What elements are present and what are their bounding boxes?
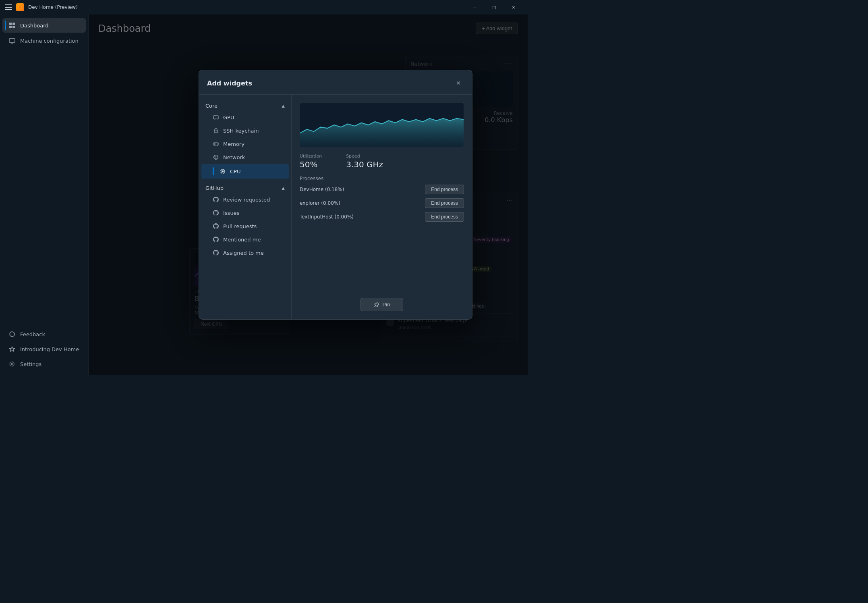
widget-item-network[interactable]: Network — [201, 151, 289, 164]
widget-pullreq-label: Pull requests — [223, 223, 257, 229]
process-name-2: explorer (0.00%) — [300, 200, 340, 206]
close-button[interactable]: ✕ — [504, 1, 523, 13]
memory-icon — [213, 141, 219, 147]
app-title: Dev Home (Preview) — [28, 4, 78, 10]
sidebar-feedback-label: Feedback — [20, 331, 45, 337]
settings-icon — [9, 361, 15, 367]
widget-item-cpu[interactable]: CPU — [201, 164, 289, 179]
process-row-3: TextInputHost (0.00%) End process — [300, 212, 464, 222]
widget-item-pullreqs[interactable]: Pull requests — [201, 220, 289, 233]
end-process-button-3[interactable]: End process — [425, 212, 464, 222]
widget-item-gpu[interactable]: GPU — [201, 111, 289, 124]
dialog-header: Add widgets ✕ — [199, 70, 472, 95]
svg-rect-19 — [214, 130, 218, 133]
sidebar-item-feedback[interactable]: ! Feedback — [2, 327, 86, 341]
widget-gpu-label: GPU — [223, 114, 234, 121]
title-bar: Dev Home (Preview) — □ ✕ — [0, 0, 528, 15]
github-section-header[interactable]: GitHub ▲ — [199, 182, 291, 193]
widget-detail-panel: Utilization 50% Speed 3.30 GHz Processes… — [292, 95, 472, 319]
widget-item-ssh[interactable]: SSH keychain — [201, 124, 289, 137]
widget-mentioned-label: Mentioned me — [223, 237, 261, 243]
svg-rect-12 — [213, 116, 218, 119]
sidebar-item-dashboard[interactable]: Dashboard — [2, 18, 86, 33]
widget-item-mentioned[interactable]: Mentioned me — [201, 233, 289, 246]
app-icon — [16, 3, 24, 11]
svg-rect-5 — [12, 26, 15, 28]
cpu-selected-indicator — [213, 167, 214, 175]
util-value: 50% — [300, 160, 322, 169]
widget-item-review[interactable]: Review requested — [201, 193, 289, 206]
feedback-icon: ! — [9, 331, 15, 337]
widget-assigned-label: Assigned to me — [223, 250, 264, 256]
utilization-stat: Utilization 50% — [300, 154, 322, 169]
ssh-icon — [213, 127, 219, 134]
pin-label: Pin — [383, 302, 390, 308]
star-icon — [9, 346, 15, 352]
widget-issues-label: Issues — [223, 210, 239, 216]
github-pullreq-icon — [213, 223, 219, 229]
machine-icon — [9, 37, 15, 44]
process-row-2: explorer (0.00%) End process — [300, 198, 464, 208]
svg-marker-10 — [10, 347, 15, 351]
github-chevron-icon: ▲ — [282, 186, 285, 190]
sidebar-item-settings[interactable]: Settings — [2, 357, 86, 371]
title-bar-left: Dev Home (Preview) — [5, 3, 78, 11]
widget-network-label: Network — [223, 154, 245, 160]
pin-button-row: Pin — [300, 293, 464, 311]
pin-button[interactable]: Pin — [360, 298, 404, 311]
cpu-stats-row: Utilization 50% Speed 3.30 GHz — [300, 154, 464, 169]
process-name-3: TextInputHost (0.00%) — [300, 214, 354, 220]
widget-ssh-label: SSH keychain — [223, 128, 259, 134]
dialog-close-button[interactable]: ✕ — [453, 77, 464, 89]
widget-item-memory[interactable]: Memory — [201, 137, 289, 150]
widget-cpu-label: CPU — [230, 168, 240, 175]
github-review-icon — [213, 196, 219, 203]
github-section-label: GitHub — [205, 185, 224, 191]
process-name-1: DevHome (0.18%) — [300, 187, 344, 192]
dialog-title: Add widgets — [207, 79, 252, 87]
speed-value: 3.30 GHz — [346, 160, 383, 169]
widget-review-label: Review requested — [223, 197, 270, 203]
svg-text:!: ! — [11, 333, 13, 337]
end-process-button-2[interactable]: End process — [425, 198, 464, 208]
core-chevron-icon: ▲ — [282, 104, 285, 108]
svg-rect-2 — [9, 23, 12, 25]
window-controls: — □ ✕ — [466, 1, 523, 13]
sidebar: Dashboard Machine configuration ! Feedb — [0, 15, 89, 375]
dialog-body: Core ▲ — [199, 95, 472, 319]
svg-point-1 — [19, 6, 21, 8]
minimize-button[interactable]: — — [466, 1, 484, 13]
svg-point-11 — [11, 363, 13, 365]
cpu-list-icon — [220, 168, 226, 175]
github-assigned-icon — [213, 250, 219, 256]
util-label: Utilization — [300, 154, 322, 159]
svg-rect-3 — [12, 23, 15, 25]
widget-memory-label: Memory — [223, 141, 244, 147]
widget-item-assigned[interactable]: Assigned to me — [201, 246, 289, 259]
svg-rect-29 — [222, 171, 224, 172]
process-row-1: DevHome (0.18%) End process — [300, 185, 464, 194]
speed-label: Speed — [346, 154, 383, 159]
sidebar-item-introducing[interactable]: Introducing Dev Home — [2, 342, 86, 356]
github-issues-icon — [213, 210, 219, 216]
maximize-button[interactable]: □ — [485, 1, 503, 13]
main-content: Dashboard + Add widget Network ··· bps R… — [89, 15, 528, 375]
github-mentioned-icon — [213, 236, 219, 243]
svg-rect-4 — [9, 26, 12, 28]
sidebar-settings-label: Settings — [20, 361, 41, 367]
core-section-label: Core — [205, 103, 218, 109]
core-section-header[interactable]: Core ▲ — [199, 100, 291, 110]
hamburger-menu-icon[interactable] — [5, 4, 12, 10]
add-widgets-dialog: Add widgets ✕ Core ▲ — [199, 70, 472, 320]
pin-icon — [374, 302, 379, 308]
sidebar-introducing-label: Introducing Dev Home — [20, 346, 79, 352]
grid-icon — [9, 22, 15, 29]
sidebar-machine-label: Machine configuration — [20, 38, 79, 44]
gpu-icon — [213, 114, 219, 121]
widget-list-panel: Core ▲ — [199, 95, 292, 319]
widget-item-issues[interactable]: Issues — [201, 206, 289, 219]
speed-stat: Speed 3.30 GHz — [346, 154, 383, 169]
end-process-button-1[interactable]: End process — [425, 185, 464, 194]
sidebar-bottom: ! Feedback Introducing Dev Home — [0, 326, 88, 372]
sidebar-item-machine-config[interactable]: Machine configuration — [2, 33, 86, 48]
